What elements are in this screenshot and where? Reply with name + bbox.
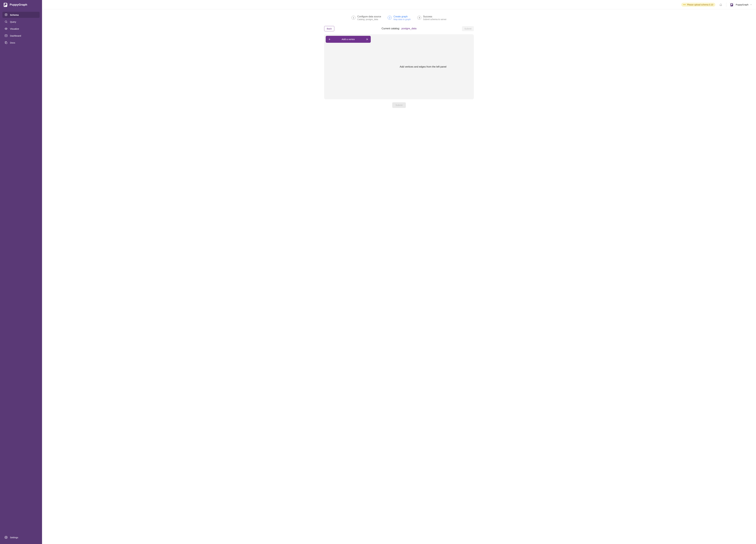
step-title: Create graph <box>393 15 411 18</box>
sidebar-item-docs[interactable]: Docs <box>2 40 40 46</box>
sidebar-item-label: Query <box>10 21 16 23</box>
sidebar-item-settings[interactable]: Settings <box>2 534 40 540</box>
back-button[interactable]: Back <box>324 26 334 31</box>
step-number: 2 <box>388 16 392 20</box>
sidebar-item-schema[interactable]: Schema <box>2 12 40 18</box>
sidebar-item-label: Dashboard <box>10 34 21 37</box>
footer-actions: Submit <box>392 102 406 108</box>
brand-logo-icon <box>3 2 8 7</box>
avatar <box>729 2 734 7</box>
copy-icon <box>5 41 8 44</box>
status-badge-text: Please upload schema 0.10 <box>687 3 713 6</box>
current-catalog-label: Current catalog: <box>382 27 400 30</box>
toolbar-row: Back Current catalog: postgre_data Submi… <box>324 26 474 31</box>
sidebar-item-label: Settings <box>10 536 18 539</box>
plus-icon <box>328 38 331 41</box>
svg-point-3 <box>6 28 7 29</box>
brand-logo-icon <box>730 3 733 6</box>
sidebar-item-label: Docs <box>10 41 15 44</box>
svg-rect-5 <box>6 42 7 44</box>
svg-point-6 <box>6 537 7 538</box>
content: 1 Configure data source Catalog: postgre… <box>42 9 756 544</box>
add-vertex-label: Add a vertex <box>331 38 366 41</box>
step-subtitle: Map data to graph <box>393 18 411 21</box>
step-subtitle: Catalog: postgre_data <box>357 18 381 21</box>
chevron-double-right-icon <box>366 38 368 41</box>
window-icon <box>5 34 8 37</box>
main: ••• Please upload schema 0.10 PuppyGraph… <box>42 0 756 544</box>
svg-point-2 <box>5 21 7 23</box>
step-2: 2 Create graph Map data to graph <box>388 15 411 21</box>
status-badge: ••• Please upload schema 0.10 <box>681 3 715 7</box>
canvas-placeholder: Add vertices and edges from the left pan… <box>400 65 446 68</box>
step-title: Success <box>423 15 446 18</box>
svg-rect-4 <box>5 35 7 37</box>
step-number: 3 <box>417 16 421 20</box>
step-1: 1 Configure data source Catalog: postgre… <box>352 15 381 21</box>
step-subtitle: Submit schema to server <box>423 18 446 21</box>
notifications-button[interactable] <box>718 2 723 7</box>
current-catalog-value: postgre_data <box>401 27 416 30</box>
step-title: Configure data source <box>357 15 381 18</box>
stepper: 1 Configure data source Catalog: postgre… <box>352 15 446 21</box>
svg-point-0 <box>5 4 5 4</box>
add-vertex-button[interactable]: Add a vertex <box>326 36 371 43</box>
svg-point-1 <box>5 14 7 14</box>
sidebar-item-label: Schema <box>10 14 19 16</box>
user-name: PuppyGraph <box>736 3 748 6</box>
sidebar-item-visualize[interactable]: Visualize <box>2 26 40 32</box>
submit-button-bottom[interactable]: Submit <box>392 102 406 108</box>
graph-canvas[interactable]: Add vertices and edges from the left pan… <box>372 34 474 99</box>
graph-panel-left: Add a vertex <box>324 34 372 99</box>
sidebar-item-label: Visualize <box>10 28 19 30</box>
graph-panel: Add a vertex Add vertices and edges from… <box>324 34 474 99</box>
topbar: ••• Please upload schema 0.10 PuppyGraph <box>42 0 756 9</box>
database-icon <box>5 13 8 16</box>
current-catalog: Current catalog: postgre_data <box>382 27 417 30</box>
step-3: 3 Success Submit schema to server <box>417 15 446 21</box>
brand: PuppyGraph <box>0 0 42 9</box>
step-number: 1 <box>352 16 355 20</box>
sidebar: PuppyGraph Schema Query Visualize Dashbo… <box>0 0 42 544</box>
chevron-down-icon <box>750 4 752 6</box>
nav: Schema Query Visualize Dashboard Docs <box>0 9 42 46</box>
search-icon <box>5 20 8 23</box>
submit-button-top[interactable]: Submit <box>462 26 474 31</box>
gear-icon <box>5 536 8 539</box>
bell-icon <box>719 3 722 6</box>
user-menu[interactable]: PuppyGraph <box>729 2 752 7</box>
sidebar-item-dashboard[interactable]: Dashboard <box>2 33 40 39</box>
eye-icon <box>5 27 8 30</box>
sidebar-item-query[interactable]: Query <box>2 19 40 25</box>
brand-name: PuppyGraph <box>10 3 27 6</box>
